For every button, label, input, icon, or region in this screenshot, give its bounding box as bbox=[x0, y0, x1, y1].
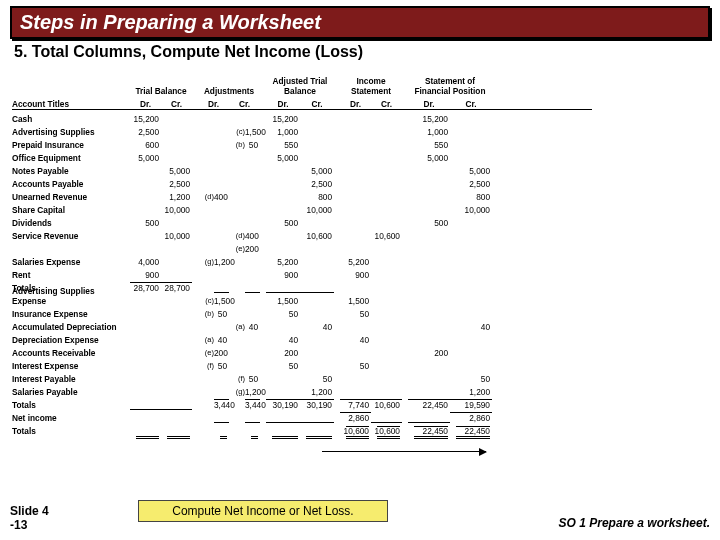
table-row: Rent900900900 bbox=[12, 267, 712, 280]
table-row: Notes Payable5,0005,0005,000 bbox=[12, 163, 712, 176]
study-objective: SO 1 Prepare a worksheet. bbox=[559, 516, 710, 530]
col-adjustments: Adjustments bbox=[198, 86, 260, 96]
table-row: Accounts Receivable(e)200200200 bbox=[12, 345, 712, 358]
table-row: Totals10,60010,60022,45022,450 bbox=[12, 423, 712, 436]
subtitle: 5. Total Columns, Compute Net Income (Lo… bbox=[14, 43, 706, 61]
table-row: Net income2,8602,860 bbox=[12, 410, 712, 423]
table-row: Unearned Revenue1,200(d)400800800 bbox=[12, 189, 712, 202]
table-row: Salaries Payable(g)1,2001,2001,200 bbox=[12, 384, 712, 397]
table-row: Interest Expense(f)505050 bbox=[12, 358, 712, 371]
table-row: Totals3,4403,44030,19030,1907,74010,6002… bbox=[12, 397, 712, 410]
table-row: Dividends500500500 bbox=[12, 215, 712, 228]
col-sfp: Statement of Financial Position bbox=[408, 76, 492, 96]
slide-number: Slide 4-13 bbox=[10, 504, 49, 532]
title-banner: Steps in Preparing a Worksheet bbox=[10, 6, 710, 39]
callout-box: Compute Net Income or Net Loss. bbox=[138, 500, 388, 522]
table-row: (e)200 bbox=[12, 241, 712, 254]
table-row: Accumulated Depreciation(a)404040 bbox=[12, 319, 712, 332]
col-trial-balance: Trial Balance bbox=[130, 86, 192, 96]
table-row: Accounts Payable2,5002,5002,500 bbox=[12, 176, 712, 189]
table-row: Cash15,20015,20015,200 bbox=[12, 111, 712, 124]
table-row: Salaries Expense4,000(g)1,2005,2005,200 bbox=[12, 254, 712, 267]
table-row: Advertising Supplies2,500(c)1,5001,0001,… bbox=[12, 124, 712, 137]
table-row: Insurance Expense(b)505050 bbox=[12, 306, 712, 319]
col-account-titles: Account Titles bbox=[12, 99, 130, 109]
table-row: Prepaid Insurance600(b)50550550 bbox=[12, 137, 712, 150]
col-income-statement: Income Statement bbox=[340, 76, 402, 96]
table-row: Office Equipment5,0005,0005,000 bbox=[12, 150, 712, 163]
table-row: Advertising Supplies Expense(c)1,5001,50… bbox=[12, 293, 712, 306]
worksheet-table: Trial Balance Adjustments Adjusted Trial… bbox=[12, 74, 712, 436]
table-row: Depreciation Expense(a)404040 bbox=[12, 332, 712, 345]
table-row: Share Capital10,00010,00010,000 bbox=[12, 202, 712, 215]
net-income-arrow bbox=[322, 451, 486, 452]
table-row: Interest Payable(f)505050 bbox=[12, 371, 712, 384]
table-row: Service Revenue10,000(d)40010,60010,600 bbox=[12, 228, 712, 241]
col-adjusted-tb: Adjusted Trial Balance bbox=[266, 76, 334, 96]
